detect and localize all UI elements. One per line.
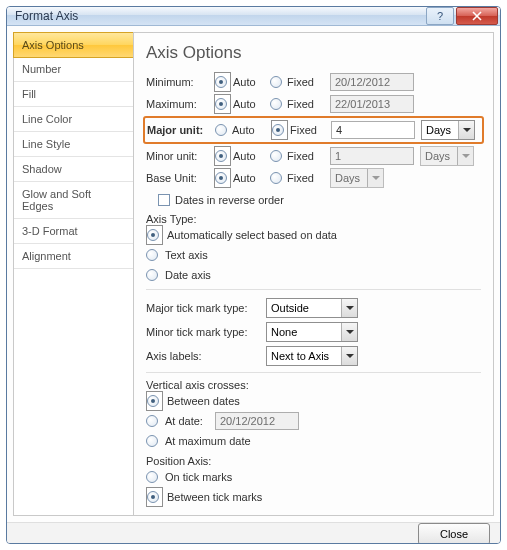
position-between-ticks-radio[interactable] xyxy=(146,487,163,507)
close-button[interactable]: Close xyxy=(418,523,490,544)
axis-type-date-radio[interactable] xyxy=(146,269,161,281)
reverse-order-label: Dates in reverse order xyxy=(175,194,284,206)
minimum-value-input[interactable] xyxy=(330,73,414,91)
base-unit-label: Base Unit: xyxy=(146,172,214,184)
minor-tick-row: Minor tick mark type: None xyxy=(146,320,481,344)
minor-auto-radio[interactable] xyxy=(214,146,231,166)
major-fixed-radio[interactable] xyxy=(271,120,288,140)
window-title: Format Axis xyxy=(15,9,424,23)
major-auto-radio[interactable] xyxy=(215,124,230,136)
sidebar-item-axis-options[interactable]: Axis Options xyxy=(13,32,134,58)
crosses-at-max-radio[interactable] xyxy=(146,435,161,447)
sidebar-item-line-color[interactable]: Line Color xyxy=(14,107,133,132)
crosses-between-radio[interactable] xyxy=(146,391,163,411)
minimum-fixed-radio[interactable] xyxy=(270,76,285,88)
sidebar-item-number[interactable]: Number xyxy=(14,57,133,82)
chevron-down-icon xyxy=(367,169,383,187)
major-unit-row: Major unit: Auto Fixed Days xyxy=(147,119,480,141)
dialog-footer: Close xyxy=(7,522,500,544)
chevron-down-icon xyxy=(457,147,473,165)
minor-tick-select[interactable]: None xyxy=(266,322,358,342)
major-unit-select[interactable]: Days xyxy=(421,120,475,140)
axis-labels-select[interactable]: Next to Axis xyxy=(266,346,358,366)
base-unit-row: Base Unit: Auto Fixed Days xyxy=(146,167,481,189)
position-on-ticks-radio[interactable] xyxy=(146,471,161,483)
axis-type-label: Axis Type: xyxy=(146,213,481,225)
base-fixed-radio[interactable] xyxy=(270,172,285,184)
panel-heading: Axis Options xyxy=(146,43,481,63)
minimum-auto-radio[interactable] xyxy=(214,72,231,92)
category-sidebar: Axis Options Number Fill Line Color Line… xyxy=(13,32,133,516)
minor-fixed-radio[interactable] xyxy=(270,150,285,162)
titlebar: Format Axis ? xyxy=(7,7,500,26)
minor-unit-row: Minor unit: Auto Fixed Days xyxy=(146,145,481,167)
base-unit-select[interactable]: Days xyxy=(330,168,384,188)
minor-value-input[interactable] xyxy=(330,147,414,165)
maximum-row: Maximum: Auto Fixed xyxy=(146,93,481,115)
format-axis-dialog: Format Axis ? Axis Options Number Fill L… xyxy=(6,6,501,544)
minor-unit-label: Minor unit: xyxy=(146,150,214,162)
maximum-label: Maximum: xyxy=(146,98,214,110)
axis-options-panel: Axis Options Minimum: Auto Fixed Maximum… xyxy=(133,32,494,516)
crosses-label: Vertical axis crosses: xyxy=(146,379,481,391)
major-tick-row: Major tick mark type: Outside xyxy=(146,296,481,320)
minimum-row: Minimum: Auto Fixed xyxy=(146,71,481,93)
minor-unit-select[interactable]: Days xyxy=(420,146,474,166)
crosses-at-date-radio[interactable] xyxy=(146,415,161,427)
axis-type-auto-radio[interactable] xyxy=(146,225,163,245)
axis-labels-row: Axis labels: Next to Axis xyxy=(146,344,481,368)
maximum-auto-radio[interactable] xyxy=(214,94,231,114)
sidebar-item-alignment[interactable]: Alignment xyxy=(14,244,133,269)
chevron-down-icon xyxy=(341,299,357,317)
minimum-label: Minimum: xyxy=(146,76,214,88)
crosses-at-date-input[interactable] xyxy=(215,412,299,430)
major-tick-select[interactable]: Outside xyxy=(266,298,358,318)
window-close-button[interactable] xyxy=(456,7,498,25)
chevron-down-icon xyxy=(458,121,474,139)
chevron-down-icon xyxy=(341,347,357,365)
major-unit-highlight: Major unit: Auto Fixed Days xyxy=(143,116,484,144)
sidebar-item-fill[interactable]: Fill xyxy=(14,82,133,107)
base-auto-radio[interactable] xyxy=(214,168,231,188)
help-button[interactable]: ? xyxy=(426,7,454,25)
position-axis-label: Position Axis: xyxy=(146,455,481,467)
sidebar-item-3d-format[interactable]: 3-D Format xyxy=(14,219,133,244)
chevron-down-icon xyxy=(341,323,357,341)
maximum-fixed-radio[interactable] xyxy=(270,98,285,110)
maximum-value-input[interactable] xyxy=(330,95,414,113)
major-value-input[interactable] xyxy=(331,121,415,139)
axis-type-text-radio[interactable] xyxy=(146,249,161,261)
reverse-order-row: Dates in reverse order xyxy=(146,189,481,211)
close-icon xyxy=(472,11,482,21)
major-unit-label: Major unit: xyxy=(147,124,215,136)
reverse-order-checkbox[interactable] xyxy=(158,194,170,206)
sidebar-item-glow[interactable]: Glow and Soft Edges xyxy=(14,182,133,219)
sidebar-item-shadow[interactable]: Shadow xyxy=(14,157,133,182)
sidebar-item-line-style[interactable]: Line Style xyxy=(14,132,133,157)
